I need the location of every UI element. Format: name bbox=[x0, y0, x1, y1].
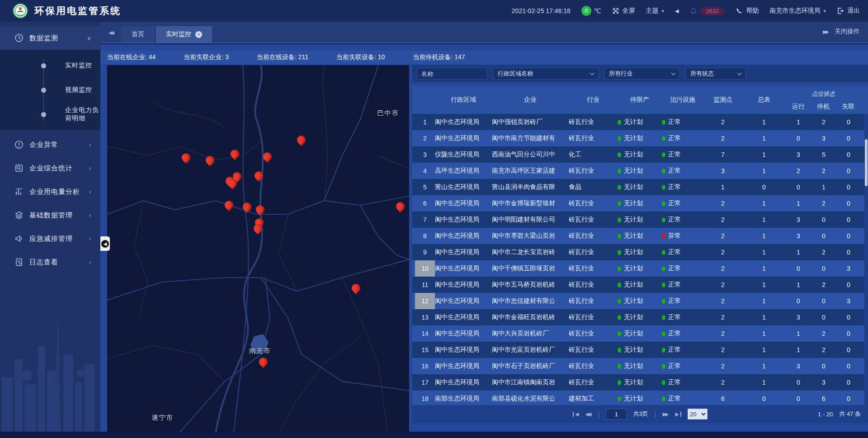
cell-run: 1 bbox=[786, 200, 811, 207]
cell-region: 阆中生态环境局 bbox=[435, 378, 492, 386]
cell-limit-status: 无计划 bbox=[618, 199, 662, 207]
status-dot-green-icon bbox=[662, 299, 665, 304]
scrollbar-thumb[interactable] bbox=[865, 139, 868, 186]
page-size-select[interactable]: 20 bbox=[688, 409, 708, 419]
status-dot-green-icon bbox=[618, 266, 621, 271]
sidebar-subitem[interactable]: 企业电力负荷明细 bbox=[0, 102, 100, 127]
theme-button[interactable]: 主题 ▾ bbox=[646, 7, 665, 15]
close-operations-button[interactable]: ▶▶ 关闭操作 bbox=[823, 28, 860, 36]
cell-facility-status: 正常 bbox=[662, 297, 703, 305]
table-panel: 行政区域名称 所有行业 所有状态 行政区域企业行业停限产治污设施监测点总表点位状… bbox=[412, 65, 868, 433]
cell-meters: 1 bbox=[742, 281, 786, 288]
status-dot-green-icon bbox=[618, 234, 621, 239]
sidebar-subitem-label: 实时监控 bbox=[65, 61, 92, 70]
stat-item: 当前失联企业: 3 bbox=[184, 53, 229, 61]
table-row[interactable]: 3仪陇生态环境局西南油气田分公司川中化工无计划正常71350 bbox=[412, 146, 864, 163]
limit-status-label: 无计划 bbox=[624, 346, 643, 354]
table-row[interactable]: 1阆中生态环境局阆中强锐页岩砖厂砖瓦行业无计划正常21120 bbox=[412, 114, 864, 130]
table-row[interactable]: 12阆中生态环境局阆中市忠信建材有限公砖瓦行业无计划正常21003 bbox=[412, 293, 864, 309]
table-row[interactable]: 7阆中生态环境局阆中明阳建材有限公司砖瓦行业无计划正常21300 bbox=[412, 212, 864, 228]
cell-points: 2 bbox=[703, 216, 742, 223]
sidebar-item-base-data[interactable]: 基础数据管理‹ bbox=[0, 203, 100, 227]
table-row[interactable]: 11阆中生态环境局阆中市五马桥页岩机砖砖瓦行业无计划正常21120 bbox=[412, 277, 864, 293]
close-icon[interactable]: × bbox=[195, 31, 202, 38]
notification-count-badge[interactable]: 2632 bbox=[700, 7, 725, 15]
cell-company: 阆中强锐页岩砖厂 bbox=[492, 118, 569, 126]
table-row[interactable]: 18南部生态环境局南部县砚化水泥有限公建材加工无计划正常60060 bbox=[412, 391, 864, 405]
industry-filter-select[interactable]: 所有行业 bbox=[604, 68, 680, 80]
cell-run: 0 bbox=[786, 395, 811, 402]
sidebar-item-enterprise-stats[interactable]: 企业综合统计‹ bbox=[0, 156, 100, 180]
cell-region: 阆中生态环境局 bbox=[435, 281, 492, 289]
sidebar-subitem[interactable]: 实时监控 bbox=[0, 53, 100, 78]
speaker-icon[interactable]: ◀ bbox=[675, 8, 679, 14]
limit-status-label: 无计划 bbox=[624, 362, 643, 370]
cell-points: 2 bbox=[703, 330, 742, 337]
logout-button[interactable]: 退出 bbox=[837, 7, 860, 15]
cell-points: 2 bbox=[703, 200, 742, 207]
tab[interactable]: 实时监控× bbox=[156, 26, 212, 42]
sidebar-collapse-handle[interactable]: ◀ bbox=[100, 236, 110, 251]
tab[interactable]: 首页 bbox=[122, 26, 154, 42]
sidebar-item-power-analysis[interactable]: 企业用电量分析‹ bbox=[0, 180, 100, 203]
table-row[interactable]: 8阆中生态环境局阆中市枣碧大梁山页岩砖瓦行业无计划异常21300 bbox=[412, 228, 864, 244]
bell-icon bbox=[690, 7, 697, 14]
sidebar-item-data-monitor[interactable]: 数据监测∨ bbox=[0, 26, 100, 50]
cell-lost: 3 bbox=[836, 265, 861, 272]
table-row[interactable]: 16阆中生态环境局阆中市石子页岩机砖厂砖瓦行业无计划正常21300 bbox=[412, 358, 864, 374]
status-dot-green-icon bbox=[662, 152, 665, 157]
next-page-button[interactable]: ▶▶ bbox=[663, 411, 669, 417]
table-row[interactable]: 13阆中生态环境局阆中市金福旺页岩机砖砖瓦行业无计划正常21300 bbox=[412, 309, 864, 325]
notification-area[interactable]: 2632 bbox=[690, 7, 725, 15]
table-row[interactable]: 17阆中生态环境局阆中市江南镇阆南页岩砖瓦行业无计划正常21030 bbox=[412, 374, 864, 391]
table-row[interactable]: 9阆中生态环境局阆中市二龙长宝页岩砖砖瓦行业无计划正常21120 bbox=[412, 244, 864, 260]
cell-facility-status: 正常 bbox=[662, 151, 703, 159]
sidebar-item-enterprise-abnormal[interactable]: 企业异常‹ bbox=[0, 133, 100, 156]
cell-run: 3 bbox=[786, 363, 811, 370]
cell-lost: 0 bbox=[836, 184, 861, 191]
map-panel[interactable]: 巴中市南充市遂宁市 bbox=[107, 65, 409, 433]
table-scrollbar[interactable] bbox=[864, 114, 868, 405]
chevron-left-icon: ‹ bbox=[89, 259, 91, 266]
name-filter-input[interactable] bbox=[417, 68, 487, 80]
limit-status-label: 无计划 bbox=[624, 248, 643, 256]
help-button[interactable]: 帮助 bbox=[736, 7, 759, 15]
table-row[interactable]: 4高坪生态环境局南充市高坪区王家店建砖瓦行业无计划正常31220 bbox=[412, 163, 864, 179]
status-filter-select[interactable]: 所有状态 bbox=[685, 68, 746, 80]
page-number-input[interactable] bbox=[606, 409, 627, 419]
cell-facility-status: 正常 bbox=[662, 264, 703, 273]
status-dot-green-icon bbox=[662, 136, 665, 141]
facility-status-label: 正常 bbox=[668, 395, 681, 403]
col-header: 行政区域 bbox=[435, 96, 492, 104]
cell-company: 南充市高坪区王家店建 bbox=[492, 167, 569, 175]
chevron-down-icon bbox=[737, 71, 742, 75]
prev-page-button[interactable]: ◀◀ bbox=[585, 411, 592, 417]
sidebar-item-emergency-reduction[interactable]: 应急减排管理‹ bbox=[0, 227, 100, 250]
table-row[interactable]: 2阆中生态环境局阆中市南方节能建材有砖瓦行业无计划正常21030 bbox=[412, 130, 864, 146]
sidebar-subitem[interactable]: 视频监控 bbox=[0, 78, 100, 102]
cell-meters: 0 bbox=[742, 184, 786, 191]
user-menu[interactable]: 南充市生态环境局 ▾ bbox=[769, 7, 826, 15]
tabs-scroll-left-icon[interactable]: ◀◀ bbox=[108, 30, 114, 36]
table-row[interactable]: 10阆中生态环境局阆中千佛镇五郎垭页岩砖瓦行业无计划正常21003 bbox=[412, 260, 864, 277]
cell-facility-status: 正常 bbox=[662, 199, 703, 207]
stats-bar: 当前在线企业: 44当前失联企业: 3当前在线设备: 211当前失联设备: 10… bbox=[100, 51, 868, 64]
region-filter-select[interactable]: 行政区域名称 bbox=[493, 68, 599, 80]
table-row[interactable]: 14阆中生态环境局阆中大兴页岩机砖厂砖瓦行业无计划正常21120 bbox=[412, 325, 864, 342]
cell-company: 阆中市枣碧大梁山页岩 bbox=[492, 232, 569, 240]
fullscreen-button[interactable]: 全屏 bbox=[612, 7, 635, 15]
cell-facility-status: 正常 bbox=[662, 216, 703, 224]
table-row[interactable]: 6阆中生态环境局阆中市金博瑞新型墙材砖瓦行业无计划正常21120 bbox=[412, 195, 864, 212]
cell-points: 1 bbox=[703, 184, 742, 191]
report-icon bbox=[14, 164, 24, 173]
last-page-button[interactable]: ▶ bbox=[675, 411, 681, 417]
cell-meters: 1 bbox=[742, 151, 786, 158]
temperature-unit: ℃ bbox=[594, 7, 601, 14]
first-page-button[interactable]: ◀ bbox=[573, 411, 579, 417]
cell-points: 2 bbox=[703, 281, 742, 288]
sidebar-item-log-view[interactable]: 日志查看‹ bbox=[0, 250, 100, 274]
tab-label: 首页 bbox=[132, 30, 144, 38]
table-row[interactable]: 5营山生态环境局营山县润丰肉食品有限食品无计划正常10010 bbox=[412, 179, 864, 195]
cell-company: 阆中大兴页岩机砖厂 bbox=[492, 330, 569, 338]
table-row[interactable]: 15阆中生态环境局阆中市光富页岩机砖厂砖瓦行业无计划正常21120 bbox=[412, 342, 864, 358]
